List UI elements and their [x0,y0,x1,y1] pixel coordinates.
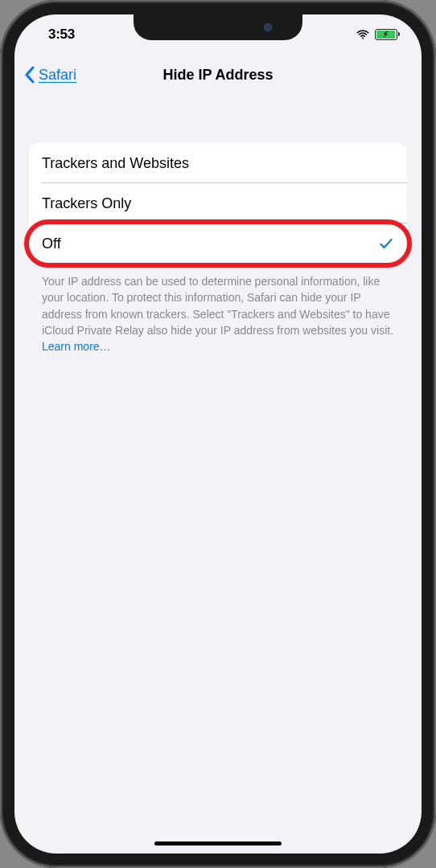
svg-point-0 [362,37,364,39]
back-label: Safari [39,67,76,84]
page-title: Hide IP Address [162,67,273,84]
checkmark-icon [378,235,394,252]
footer-description: Your IP address can be used to determine… [29,264,407,354]
status-icons: ⚡︎ [356,27,397,42]
option-off[interactable]: Off [29,223,407,264]
back-button[interactable]: Safari [24,66,76,84]
option-trackers-only[interactable]: Trackers Only [29,183,407,223]
highlight-annotation [24,219,412,268]
footer-text-content: Your IP address can be used to determine… [42,275,393,337]
battery-icon: ⚡︎ [375,29,397,40]
option-label: Trackers and Websites [42,155,189,172]
chevron-left-icon [24,66,35,84]
home-indicator[interactable] [154,841,282,845]
status-time: 3:53 [48,27,75,43]
option-label: Trackers Only [42,195,131,212]
option-label: Off [42,235,61,252]
options-list: Trackers and Websites Trackers Only Off [29,143,407,264]
option-trackers-and-websites[interactable]: Trackers and Websites [29,143,407,183]
wifi-icon [356,27,370,42]
nav-bar: Safari Hide IP Address [14,55,422,95]
learn-more-link[interactable]: Learn more… [42,340,111,353]
